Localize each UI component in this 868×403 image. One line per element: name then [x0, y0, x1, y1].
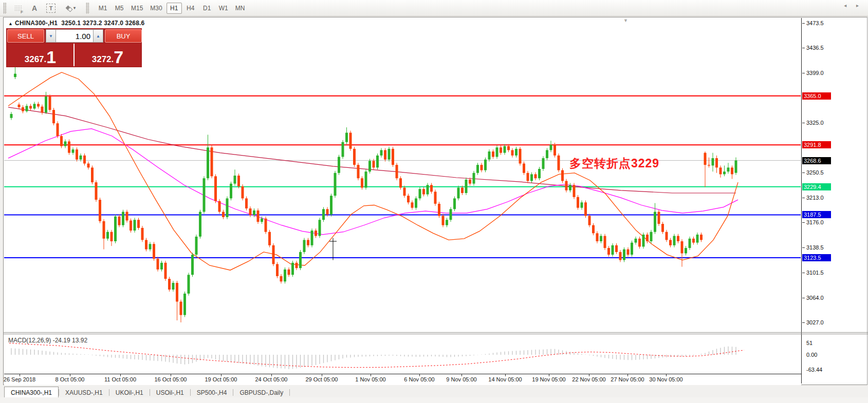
chart-tab-ukoilh1[interactable]: UKOil-,H1	[109, 387, 150, 397]
candle-body	[134, 220, 136, 231]
timeframe-button-H1[interactable]: H1	[167, 3, 182, 14]
chart-title: ▲CHINA300-,H1 3250.1 3273.2 3247.0 3268.…	[8, 20, 145, 27]
candle-body	[276, 264, 279, 276]
candle-body	[473, 173, 475, 184]
time-tick-mark	[419, 374, 420, 376]
price-tick-mark	[802, 222, 805, 223]
candle-body	[727, 167, 730, 171]
candle-body	[353, 149, 356, 165]
text-box-tool-icon[interactable]: T	[44, 2, 58, 14]
candle-body	[130, 221, 132, 231]
time-axis-label: 30 Nov 05:00	[649, 376, 682, 382]
chart-tab-xauusdh1[interactable]: XAUUSD-,H1	[59, 387, 109, 397]
macd-indicator-label: MACD(12,26,9) -24.19 13.92	[8, 337, 87, 344]
price-tick-mark	[802, 23, 805, 24]
candle-body	[712, 158, 714, 165]
candle-body	[461, 188, 464, 193]
candle-body	[83, 156, 86, 164]
text-box-glyph: T	[46, 4, 56, 13]
panel-splitter[interactable]	[4, 332, 868, 333]
candle-body	[315, 231, 317, 236]
text-label-tool-icon[interactable]: A	[28, 2, 41, 14]
candle-body	[222, 212, 225, 217]
volume-increase-button[interactable]: ▲	[93, 29, 103, 43]
one-click-trading-panel: SELL ▼ ▲ BUY 3267.1 3272.7	[6, 28, 142, 67]
timeframe-button-M30[interactable]: M30	[147, 3, 165, 14]
candle-body	[153, 244, 155, 259]
timeframe-button-M1[interactable]: M1	[95, 3, 110, 14]
candle-body	[368, 161, 371, 171]
time-tick-mark	[505, 374, 506, 376]
sell-price-display[interactable]: 3267.1	[7, 44, 75, 66]
price-tick-label: 3176.0	[806, 219, 824, 225]
candle-body	[723, 171, 726, 174]
price-axis[interactable]: 3473.53436.53399.03325.03250.53213.03176…	[802, 18, 867, 383]
price-tick-label: 3027.0	[806, 319, 824, 325]
toolbar: F A T ▾ M1M5M15M30H1H4D1W1MN	[0, 0, 868, 16]
volume-decrease-button[interactable]: ▼	[46, 29, 56, 43]
candle-body	[422, 189, 425, 194]
macd-panel[interactable]: MACD(12,26,9) -24.19 13.92	[4, 334, 801, 374]
price-tick-mark	[802, 123, 805, 123]
candle-body	[476, 165, 479, 173]
price-level-badge-3123.5: 3123.5	[802, 254, 831, 261]
candle-body	[72, 149, 75, 153]
candle-body	[114, 217, 117, 241]
candle-body	[642, 235, 645, 247]
candle-body	[430, 185, 433, 191]
time-axis-label: 26 Sep 2018	[4, 376, 35, 382]
chart-plot-area[interactable]: ▲CHINA300-,H1 3250.1 3273.2 3247.0 3268.…	[4, 18, 801, 332]
candle-body	[311, 231, 313, 245]
price-tick-mark	[802, 273, 805, 273]
time-axis[interactable]: 26 Sep 20188 Oct 05:0011 Oct 05:0016 Oct…	[4, 374, 801, 385]
shapes-tool-icon[interactable]: ▾	[61, 2, 81, 14]
sell-button[interactable]: SELL	[7, 29, 44, 43]
volume-input[interactable]	[56, 29, 93, 43]
candle-body	[689, 239, 691, 248]
candle-body	[261, 219, 263, 222]
candle-body	[218, 201, 221, 212]
candle-body	[249, 208, 252, 215]
macd-chart	[4, 334, 801, 374]
time-axis-label: 19 Nov 05:00	[532, 376, 565, 382]
buy-price-display[interactable]: 3272.7	[75, 44, 141, 66]
candle-body	[407, 196, 410, 202]
candle-body	[80, 156, 82, 160]
chart-tab-china300h1[interactable]: CHINA300-,H1	[4, 387, 59, 397]
candle-body	[118, 217, 121, 225]
timeframe-button-W1[interactable]: W1	[216, 3, 231, 14]
axis-separator	[801, 18, 802, 383]
candle-body	[584, 202, 587, 216]
candle-body	[49, 97, 51, 110]
buy-button[interactable]: BUY	[105, 29, 142, 43]
chart-tab-sp500h4[interactable]: SP500-,H4	[191, 387, 233, 397]
chart-tab-gbpusddaily[interactable]: GBPUSD-,Daily	[233, 387, 289, 397]
toolbar-grip-2[interactable]	[86, 3, 89, 14]
timeframe-button-D1[interactable]: D1	[199, 3, 215, 14]
chart-shift-marker-icon[interactable]: ▼	[623, 18, 628, 23]
timeframe-button-H4[interactable]: H4	[183, 3, 198, 14]
price-tick-label: 3138.5	[806, 244, 824, 251]
chart-tab-usoilh1[interactable]: USOil-,H1	[150, 387, 190, 397]
timeframe-button-MN[interactable]: MN	[232, 3, 248, 14]
timeframe-button-M5[interactable]: M5	[112, 3, 127, 14]
candle-body	[453, 198, 456, 209]
template-grid-icon[interactable]: F	[11, 2, 25, 14]
candle-body	[214, 176, 217, 201]
candle-body	[396, 165, 398, 178]
candle-body	[299, 252, 302, 268]
candle-body	[600, 236, 602, 241]
candle-body	[392, 149, 394, 165]
collapse-triangle-icon[interactable]: ▲	[8, 21, 13, 26]
candle-body	[561, 170, 564, 181]
candle-body	[546, 150, 548, 158]
toolbar-grip[interactable]	[3, 3, 7, 14]
candle-body	[103, 221, 105, 239]
candle-body	[191, 255, 194, 275]
candle-body	[326, 209, 329, 214]
price-level-badge-3365.0: 3365.0	[802, 92, 831, 100]
candle-body	[450, 209, 452, 220]
tab-scroll-arrows[interactable]: ◂ ▸	[844, 3, 863, 8]
timeframe-button-M15[interactable]: M15	[128, 3, 146, 14]
price-tick-mark	[802, 172, 805, 173]
